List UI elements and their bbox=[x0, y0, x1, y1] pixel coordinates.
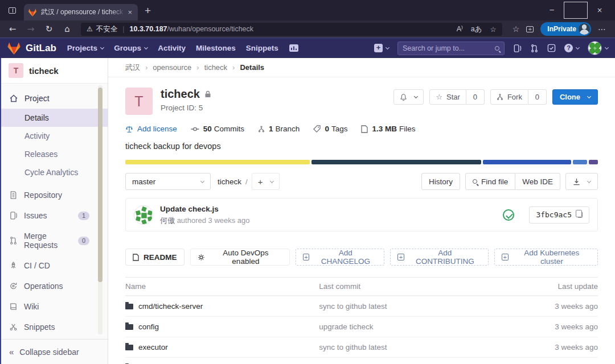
nav-groups[interactable]: Groups bbox=[114, 44, 147, 52]
browser-tab[interactable]: 武汉 / opensource / ticheck - Gi × bbox=[24, 4, 138, 20]
table-row[interactable]: config upgrade ticheck 3 weeks ago bbox=[125, 316, 598, 337]
file-icon bbox=[361, 125, 368, 133]
new-menu-button[interactable]: + bbox=[374, 44, 389, 52]
refresh-icon[interactable]: ↻ bbox=[41, 24, 57, 34]
chevron-down-icon bbox=[605, 46, 609, 49]
sidebar-scrollbar[interactable] bbox=[98, 85, 102, 334]
sidebar-item-snippets[interactable]: Snippets bbox=[0, 317, 108, 337]
files-stat[interactable]: 1.3 MBFiles bbox=[361, 125, 415, 133]
add-file-button[interactable]: + bbox=[252, 173, 280, 190]
notifications-button[interactable] bbox=[393, 89, 424, 105]
download-button[interactable] bbox=[565, 173, 598, 190]
pipeline-status-icon[interactable] bbox=[503, 209, 514, 221]
find-file-button[interactable]: Find file bbox=[465, 173, 515, 190]
sidebar-project-header[interactable]: T ticheck bbox=[0, 58, 108, 84]
address-bar[interactable]: ⚠ 不安全 | 10.3.70.187 /wuhan/opensource/ti… bbox=[81, 23, 502, 36]
forward-icon[interactable]: → bbox=[23, 24, 39, 34]
sidebar-item-merge-requests[interactable]: Merge Requests 0 bbox=[0, 226, 108, 255]
browser-menu-icon[interactable]: ⋯ bbox=[598, 24, 606, 34]
add-kubernetes-button[interactable]: +Add Kubernetes cluster bbox=[494, 249, 598, 266]
project-stats: Add license 50Commits 1Branch 0Tags 1.3 … bbox=[125, 125, 598, 133]
home-icon[interactable]: ⌂ bbox=[59, 24, 75, 34]
download-icon bbox=[573, 178, 580, 185]
commits-stat[interactable]: 50Commits bbox=[191, 125, 244, 133]
scrollbar-thumb[interactable] bbox=[98, 88, 102, 282]
table-row[interactable]: internal sync to github latest 3 weeks a… bbox=[125, 357, 598, 364]
sidebar-item-details[interactable]: Details bbox=[0, 109, 108, 127]
breadcrumb-subgroup[interactable]: opensource bbox=[153, 63, 191, 72]
path-root-link[interactable]: ticheck bbox=[218, 177, 241, 186]
fork-count[interactable]: 0 bbox=[528, 89, 547, 105]
search-input[interactable] bbox=[403, 44, 495, 52]
nav-milestones[interactable]: Milestones bbox=[196, 44, 236, 52]
issues-count-badge: 1 bbox=[78, 212, 89, 220]
translate-icon[interactable]: aあ bbox=[471, 24, 482, 34]
branch-selector[interactable]: master bbox=[125, 173, 211, 190]
sidebar-item-operations[interactable]: Operations bbox=[0, 276, 108, 296]
back-icon[interactable]: ← bbox=[5, 24, 20, 34]
add-contributing-button[interactable]: +Add CONTRIBUTING bbox=[390, 249, 489, 266]
plus-icon: + bbox=[397, 254, 404, 260]
chevron-down-icon bbox=[386, 46, 390, 49]
collapse-sidebar-button[interactable]: « Collapse sidebar bbox=[0, 339, 108, 364]
add-license-link[interactable]: Add license bbox=[125, 125, 177, 133]
commit-sha-box: 3fbc9ac5 bbox=[529, 206, 589, 224]
gitlab-logo[interactable] bbox=[7, 42, 21, 55]
sidebar-item-cycle-analytics[interactable]: Cycle Analytics bbox=[0, 163, 108, 181]
nav-snippets[interactable]: Snippets bbox=[246, 44, 278, 52]
sidebar-item-ci-cd[interactable]: CI / CD bbox=[0, 255, 108, 276]
workspaces-icon[interactable] bbox=[3, 3, 20, 18]
copy-icon[interactable] bbox=[577, 212, 583, 218]
maximize-button[interactable] bbox=[564, 2, 588, 19]
charts-icon[interactable] bbox=[289, 44, 299, 52]
tags-stat[interactable]: 0Tags bbox=[313, 125, 347, 133]
favorites-icon[interactable]: ☆ bbox=[512, 24, 520, 34]
star-count[interactable]: 0 bbox=[466, 89, 485, 105]
sidebar-item-issues[interactable]: Issues 1 bbox=[0, 205, 108, 226]
read-aloud-icon[interactable]: A) bbox=[457, 24, 463, 33]
history-button[interactable]: History bbox=[421, 173, 460, 190]
new-tab-button[interactable]: + bbox=[145, 5, 151, 16]
inprivate-badge[interactable]: InPrivate bbox=[540, 22, 591, 36]
todos-icon[interactable] bbox=[547, 44, 556, 52]
table-row[interactable]: executor sync to github latest 3 weeks a… bbox=[125, 337, 598, 357]
tab-close-icon[interactable]: × bbox=[126, 8, 134, 16]
commit-author-avatar[interactable] bbox=[134, 205, 153, 225]
language-segment-purple bbox=[589, 160, 598, 164]
nav-activity[interactable]: Activity bbox=[158, 44, 186, 52]
table-row[interactable]: cmd/ticheck-server sync to github latest… bbox=[125, 296, 598, 316]
add-changelog-button[interactable]: +Add CHANGELOG bbox=[296, 249, 385, 266]
user-menu[interactable] bbox=[588, 41, 608, 55]
star-button[interactable]: ☆Star bbox=[429, 89, 466, 105]
breadcrumb-group[interactable]: 武汉 bbox=[125, 63, 140, 73]
sidebar-item-wiki[interactable]: Wiki bbox=[0, 296, 108, 317]
breadcrumb-project[interactable]: ticheck bbox=[204, 63, 227, 72]
sidebar-item-activity[interactable]: Activity bbox=[0, 127, 108, 145]
help-menu[interactable]: ? bbox=[564, 44, 579, 52]
close-button[interactable]: × bbox=[588, 2, 612, 19]
commit-author-link[interactable]: 何傲 bbox=[160, 216, 175, 225]
license-scale-icon bbox=[125, 125, 133, 133]
commit-message-link[interactable]: Update check.js bbox=[160, 205, 219, 213]
readme-button[interactable]: README bbox=[125, 249, 184, 266]
branches-stat[interactable]: 1Branch bbox=[258, 125, 300, 133]
project-main: 武汉 › opensource › ticheck › Details T ti… bbox=[108, 58, 615, 364]
favorites-star-icon[interactable]: ☆ bbox=[490, 25, 497, 34]
auto-devops-button[interactable]: Auto DevOps enabled bbox=[190, 249, 290, 266]
minimize-button[interactable]: ─ bbox=[540, 2, 564, 19]
nav-projects[interactable]: Projects bbox=[67, 44, 104, 52]
user-avatar bbox=[588, 41, 602, 55]
web-ide-button[interactable]: Web IDE bbox=[515, 173, 560, 190]
clone-button[interactable]: Clone bbox=[552, 89, 598, 105]
plus-icon: + bbox=[502, 254, 509, 260]
gitlab-brand[interactable]: GitLab bbox=[26, 43, 56, 54]
sidebar-item-releases[interactable]: Releases bbox=[0, 145, 108, 163]
collections-icon[interactable]: + bbox=[526, 26, 534, 32]
chevron-down-icon bbox=[200, 179, 204, 183]
search-box[interactable] bbox=[397, 42, 505, 55]
merge-requests-icon[interactable] bbox=[530, 44, 539, 53]
sidebar-item-project[interactable]: Project bbox=[0, 88, 108, 109]
sidebar-item-repository[interactable]: Repository bbox=[0, 185, 108, 205]
issues-icon[interactable] bbox=[513, 44, 522, 53]
fork-button[interactable]: Fork bbox=[490, 89, 528, 105]
